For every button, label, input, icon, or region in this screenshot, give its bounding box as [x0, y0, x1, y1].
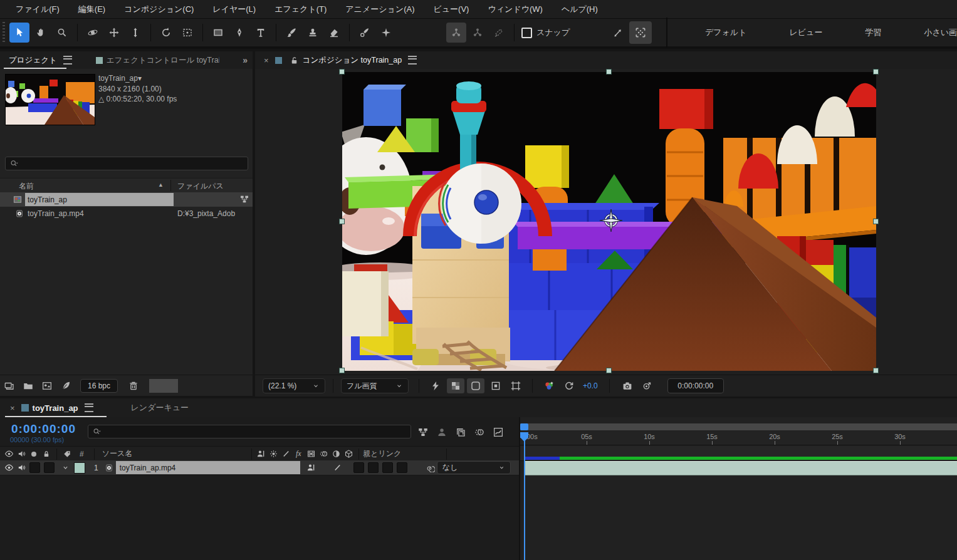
- comp-usage-flowchart-icon[interactable]: [239, 194, 249, 204]
- menu-window[interactable]: ウィンドウ(W): [478, 4, 552, 15]
- selection-handle-bottom-left[interactable]: [339, 368, 345, 373]
- table-row-composition[interactable]: toyTrain_ap: [0, 192, 253, 207]
- selection-handle-top-center[interactable]: [606, 69, 612, 75]
- camera-tool-button[interactable]: [177, 23, 197, 43]
- type-tool-button[interactable]: [251, 23, 271, 43]
- take-snapshot-button[interactable]: [619, 378, 636, 393]
- resolution-dropdown[interactable]: フル画質: [341, 378, 409, 393]
- layer-row[interactable]: 1 toyTrain_ap.mp4 なし: [0, 460, 519, 475]
- frame-blend-column-icon[interactable]: [305, 449, 317, 459]
- current-time-display[interactable]: 0:00:00:00: [11, 422, 76, 436]
- work-area-bar[interactable]: [520, 423, 957, 430]
- layer-audio-icon[interactable]: [15, 463, 28, 472]
- solo-column-icon[interactable]: [28, 452, 40, 457]
- exposure-value[interactable]: +0.0: [583, 381, 598, 390]
- layer-motion-blur-switch[interactable]: [382, 462, 393, 473]
- project-item-name[interactable]: toyTrain_ap▾: [98, 74, 142, 83]
- preview-time-display[interactable]: 0:00:00:00: [667, 378, 724, 393]
- selection-handle-mid-left[interactable]: [339, 219, 345, 224]
- audio-column-icon[interactable]: [15, 449, 28, 459]
- tab-effect-controls[interactable]: エフェクトコントロール toyTrain_ap.: [107, 55, 219, 66]
- show-snapshot-button[interactable]: [639, 378, 656, 393]
- world-axis-mode-button[interactable]: [468, 23, 488, 43]
- tab-timeline-comp[interactable]: toyTrain_ap: [33, 403, 78, 413]
- motion-blur-column-icon[interactable]: [317, 449, 330, 459]
- motion-sketch-button[interactable]: [608, 23, 628, 43]
- sort-ascending-icon[interactable]: ▲: [158, 182, 164, 188]
- reset-exposure-button[interactable]: [560, 378, 578, 393]
- new-composition-icon[interactable]: [41, 380, 53, 391]
- layer-fx-switch[interactable]: [353, 462, 364, 473]
- pan-camera-tool-button[interactable]: [104, 23, 124, 43]
- lock-open-icon[interactable]: [290, 56, 299, 65]
- toolbar-grip[interactable]: [1, 22, 6, 43]
- adjustment-column-icon[interactable]: [330, 449, 342, 459]
- eraser-tool-button[interactable]: [324, 23, 344, 43]
- close-timeline-icon[interactable]: ×: [8, 403, 18, 413]
- rectangle-tool-button[interactable]: [208, 23, 228, 43]
- video-visibility-column-icon[interactable]: [3, 449, 15, 459]
- composition-item-name-cell[interactable]: toyTrain_ap: [25, 193, 174, 206]
- motion-blur-button[interactable]: [471, 425, 488, 440]
- layer-solo-cell[interactable]: [29, 462, 40, 473]
- layer-video-eye-icon[interactable]: [3, 463, 15, 472]
- composition-viewport-image[interactable]: [342, 72, 876, 371]
- layer-lock-cell[interactable]: [44, 462, 55, 473]
- timeline-panel-menu-icon[interactable]: [85, 403, 93, 412]
- quality-column-icon[interactable]: [280, 449, 292, 459]
- draft-3d-button[interactable]: [434, 425, 450, 440]
- composition-flowchart-button[interactable]: [415, 425, 431, 440]
- menu-composition[interactable]: コンポジション(C): [115, 4, 203, 15]
- clone-stamp-tool-button[interactable]: [303, 23, 323, 43]
- effects-column-icon[interactable]: fx: [292, 449, 305, 459]
- tab-render-queue[interactable]: レンダーキュー: [131, 402, 189, 413]
- properties-capture-button[interactable]: [629, 21, 652, 44]
- menu-edit[interactable]: 編集(E): [69, 4, 115, 15]
- fast-preview-button[interactable]: [427, 378, 444, 393]
- layer-source-name-cell[interactable]: toyTrain_ap.mp4: [116, 461, 300, 474]
- menu-layer[interactable]: レイヤー(L): [203, 4, 265, 15]
- threed-column-icon[interactable]: [342, 449, 355, 459]
- interpret-footage-icon[interactable]: [4, 380, 15, 391]
- tab-overflow-chevrons[interactable]: »: [243, 55, 248, 65]
- layer-expand-chevron-icon[interactable]: [59, 464, 71, 472]
- playhead-line[interactable]: [524, 432, 525, 560]
- layer-duration-bar[interactable]: [524, 461, 957, 475]
- workspace-small-screen[interactable]: 小さい画: [902, 27, 957, 38]
- dolly-camera-tool-button[interactable]: [125, 23, 145, 43]
- column-name[interactable]: 名前: [19, 181, 34, 192]
- graph-editor-button[interactable]: [490, 425, 506, 440]
- selection-handle-top-left[interactable]: [339, 69, 345, 75]
- transparency-grid-button[interactable]: [447, 378, 464, 393]
- shy-column-icon[interactable]: [254, 449, 267, 459]
- puppet-pin-tool-button[interactable]: [376, 23, 396, 43]
- column-parent-link[interactable]: 親とリンク: [363, 449, 401, 459]
- layer-label-color-chip[interactable]: [74, 462, 85, 474]
- label-column-icon[interactable]: [61, 450, 73, 459]
- selection-tool-button[interactable]: [9, 23, 29, 43]
- layer-3d-switch[interactable]: [397, 462, 407, 473]
- composition-panel-menu-icon[interactable]: [408, 56, 417, 65]
- timeline-search-input[interactable]: [88, 425, 411, 438]
- local-axis-mode-button[interactable]: [446, 23, 466, 43]
- selection-handle-bottom-center[interactable]: [606, 368, 612, 373]
- workspace-default[interactable]: デフォルト: [684, 27, 768, 38]
- work-area-start-handle[interactable]: [520, 423, 528, 430]
- parent-link-dropdown[interactable]: なし: [437, 461, 511, 474]
- tab-composition-viewer[interactable]: コンポジション toyTrain_ap: [303, 55, 402, 66]
- menu-help[interactable]: ヘルプ(H): [552, 4, 607, 15]
- column-file-path[interactable]: ファイルパス: [177, 181, 224, 192]
- menu-file[interactable]: ファイル(F): [6, 4, 69, 15]
- column-index[interactable]: #: [80, 450, 84, 459]
- workspace-review[interactable]: レビュー: [768, 27, 844, 38]
- view-axis-mode-button[interactable]: [489, 23, 509, 43]
- parent-pickwhip-icon[interactable]: [424, 463, 437, 472]
- close-panel-icon[interactable]: ×: [261, 56, 271, 65]
- hand-tool-button[interactable]: [31, 23, 51, 43]
- tab-project[interactable]: プロジェクト: [9, 55, 57, 66]
- roto-brush-tool-button[interactable]: [355, 23, 375, 43]
- brush-tool-button[interactable]: [281, 23, 301, 43]
- zoom-tool-button[interactable]: [52, 23, 72, 43]
- table-row-footage[interactable]: toyTrain_ap.mp4 D:¥3_pixta_Adob: [0, 207, 253, 221]
- frame-blending-button[interactable]: [452, 425, 469, 440]
